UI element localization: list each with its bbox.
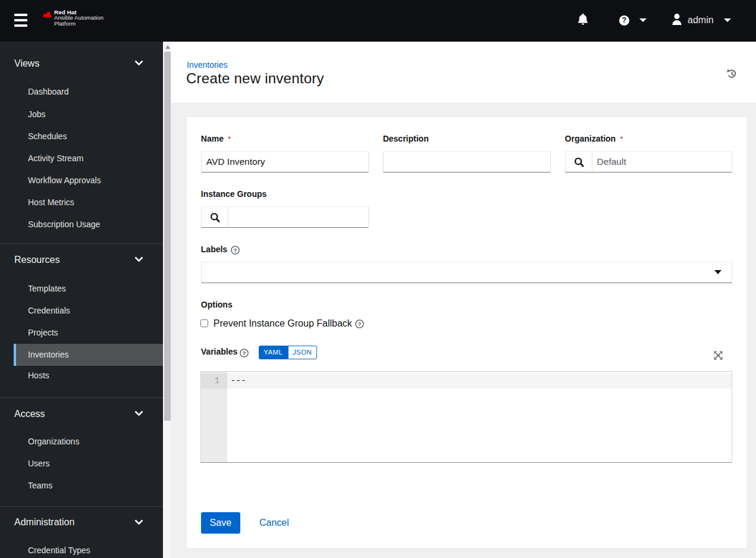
svg-text:?: ?	[243, 350, 246, 356]
svg-text:?: ?	[357, 321, 361, 327]
svg-text:?: ?	[234, 247, 237, 253]
